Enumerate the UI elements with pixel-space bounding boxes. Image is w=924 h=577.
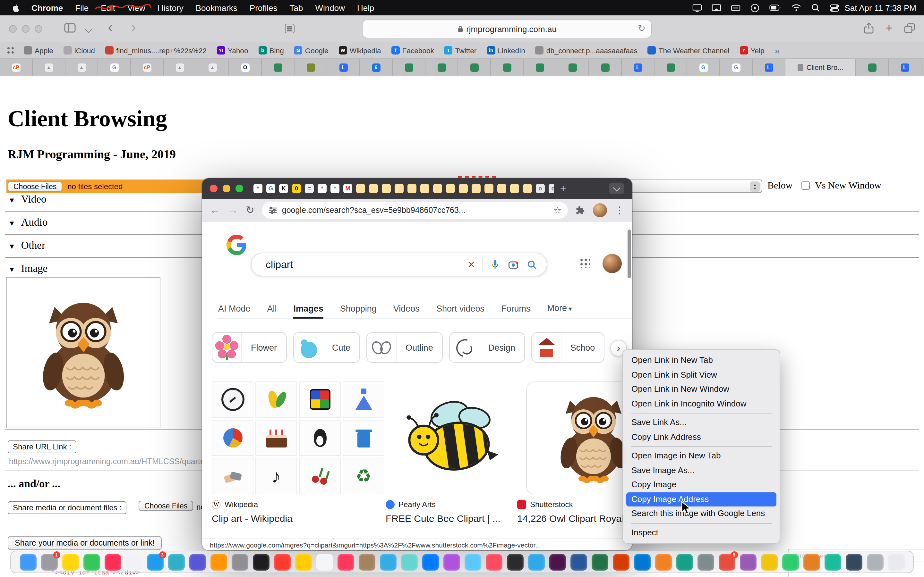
reload-button[interactable] xyxy=(246,205,254,215)
dock-app-icon[interactable] xyxy=(803,554,820,570)
chrome-tab[interactable] xyxy=(382,184,391,193)
dock-app-icon[interactable] xyxy=(83,554,100,570)
google-logo[interactable] xyxy=(226,235,247,255)
chrome-tab[interactable]: K xyxy=(279,184,288,193)
search-nav-tab[interactable]: Images xyxy=(294,298,323,318)
dock-app-icon[interactable] xyxy=(612,554,629,570)
safari-tab[interactable] xyxy=(458,59,491,76)
address-bar[interactable]: google.com/search?sca_esv=5e9bb948607cc7… xyxy=(262,202,568,219)
close-window-button[interactable] xyxy=(9,25,17,33)
extensions-icon[interactable] xyxy=(575,205,585,215)
zoom-window-button[interactable] xyxy=(236,185,243,192)
bookmark-item[interactable]: iCloud xyxy=(63,46,95,55)
safari-tab[interactable]: 6 xyxy=(360,59,393,76)
dock-app-icon[interactable] xyxy=(189,554,206,570)
dock-app-icon[interactable] xyxy=(443,554,460,570)
result-image-collage[interactable] xyxy=(212,382,384,494)
safari-tab[interactable] xyxy=(425,59,458,76)
new-tab-icon[interactable] xyxy=(885,23,893,34)
dock-app-icon[interactable] xyxy=(380,554,396,570)
safari-tab[interactable]: L xyxy=(753,59,785,76)
scrollbar-thumb[interactable] xyxy=(628,229,631,278)
sidebar-chevron-icon[interactable] xyxy=(85,26,92,33)
section-audio[interactable]: Audio xyxy=(8,216,47,229)
safari-tab[interactable]: L xyxy=(889,59,921,76)
dock-app-icon[interactable] xyxy=(824,554,841,570)
search-box[interactable]: clipart xyxy=(251,253,548,276)
google-avatar[interactable] xyxy=(603,254,622,273)
screen-mirroring-icon[interactable] xyxy=(712,3,721,13)
safari-tab[interactable] xyxy=(654,59,687,76)
safari-tab[interactable] xyxy=(589,59,622,76)
dock-app-icon[interactable] xyxy=(591,554,608,570)
safari-tab-active[interactable]: Client Bro... xyxy=(785,59,856,76)
chrome-tab[interactable] xyxy=(497,184,506,193)
menubar-clock[interactable]: Sat Apr 11 7:38 PM xyxy=(845,3,916,13)
context-menu-item[interactable] xyxy=(631,523,772,524)
menu-item[interactable]: Bookmarks xyxy=(196,3,237,13)
chrome-tab[interactable] xyxy=(369,184,378,193)
close-window-button[interactable] xyxy=(210,185,218,192)
chrome-tab[interactable] xyxy=(472,184,481,193)
context-menu-item[interactable]: Copy Link Address xyxy=(626,430,776,444)
context-menu-item[interactable]: Open Link in Split View xyxy=(626,367,776,382)
filter-chip[interactable]: Schoo xyxy=(531,332,605,363)
safari-address-bar[interactable]: rjmprogramming.com.au xyxy=(363,20,651,38)
safari-tab[interactable]: G xyxy=(720,59,753,76)
forward-button[interactable] xyxy=(228,205,238,215)
section-video[interactable]: Video xyxy=(8,193,46,206)
disclosure-triangle-icon[interactable] xyxy=(8,239,15,252)
dock-app-icon[interactable] xyxy=(782,554,798,570)
keyboard-icon[interactable] xyxy=(731,3,740,13)
dock-app-icon[interactable] xyxy=(464,554,481,570)
chrome-tab[interactable]: M xyxy=(343,184,352,193)
filter-chip[interactable]: Cute xyxy=(293,332,360,363)
chrome-tab[interactable] xyxy=(485,184,493,193)
search-nav-tab[interactable]: More xyxy=(548,298,572,319)
dock-app-icon[interactable] xyxy=(888,554,905,570)
safari-tab[interactable] xyxy=(491,59,523,76)
menu-item[interactable]: Tab xyxy=(290,3,303,13)
dock-app-icon[interactable] xyxy=(867,554,883,570)
safari-tab[interactable]: L xyxy=(622,59,654,76)
bookmark-item[interactable]: W Wikipedia xyxy=(339,46,381,55)
dock-app-icon[interactable] xyxy=(676,554,693,570)
menu-item[interactable]: Chrome xyxy=(31,3,63,13)
result-title[interactable]: 14,226 Owl Clipart Royalt xyxy=(517,513,626,524)
chrome-tab[interactable]: 0 xyxy=(292,184,301,193)
result-image-owl[interactable] xyxy=(526,382,632,494)
dock-app-icon[interactable] xyxy=(252,554,269,570)
dock-app-icon[interactable] xyxy=(62,554,79,570)
safari-tab[interactable]: ▲ xyxy=(164,59,196,76)
chrome-tab[interactable]: o xyxy=(536,184,545,193)
safari-forward-button[interactable]: › xyxy=(131,18,136,36)
vs-new-window-checkbox[interactable] xyxy=(801,181,810,190)
dock-app-icon[interactable] xyxy=(570,554,587,570)
chrome-menu-icon[interactable] xyxy=(615,205,624,216)
lens-icon[interactable] xyxy=(507,259,519,270)
new-tab-button[interactable] xyxy=(560,184,566,193)
context-menu-item[interactable]: Open Image in New Tab xyxy=(626,449,776,463)
dock-app-icon[interactable] xyxy=(401,554,417,570)
bookmark-star-icon[interactable] xyxy=(553,205,561,216)
dock-app-icon[interactable] xyxy=(697,554,714,570)
context-menu-item[interactable]: Inspect xyxy=(626,525,776,540)
dock-app-icon[interactable] xyxy=(295,554,312,570)
result-title[interactable]: Clip art - Wikipedia xyxy=(212,513,292,524)
context-menu-item[interactable]: Copy Image xyxy=(626,478,776,492)
chrome-tab[interactable] xyxy=(433,184,442,193)
search-icon[interactable] xyxy=(526,259,538,270)
menu-item[interactable]: Help xyxy=(357,3,375,13)
disclosure-triangle-icon[interactable] xyxy=(8,216,15,229)
battery-icon[interactable] xyxy=(769,4,782,11)
dock-app-icon[interactable] xyxy=(845,554,862,570)
bookmark-item[interactable]: in LinkedIn xyxy=(487,46,525,55)
bookmark-item[interactable]: G Google xyxy=(294,46,328,55)
disclosure-triangle-icon[interactable] xyxy=(8,193,15,206)
dock-app-icon[interactable] xyxy=(485,554,502,570)
menu-item[interactable]: View xyxy=(128,3,145,13)
bookmark-item[interactable]: The Weather Channel xyxy=(648,46,730,55)
voice-search-icon[interactable] xyxy=(489,258,501,271)
dock-app-icon[interactable] xyxy=(274,554,290,570)
share-icon[interactable] xyxy=(864,23,874,34)
